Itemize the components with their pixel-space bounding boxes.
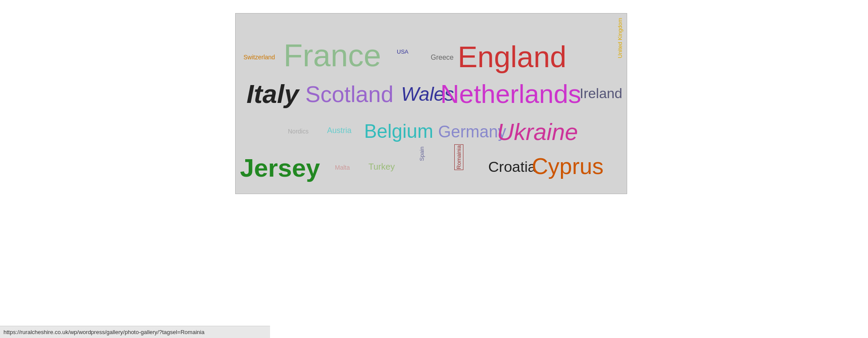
word-cloud: FranceEnglandSwitzerlandUSAGreeceUnited … xyxy=(235,13,627,194)
word-usa[interactable]: USA xyxy=(397,48,409,55)
word-ukraine[interactable]: Ukraine xyxy=(497,118,578,145)
word-germany[interactable]: Germany xyxy=(438,123,506,141)
word-france[interactable]: France xyxy=(284,38,381,73)
word-switzerland[interactable]: Switzerland xyxy=(243,54,275,61)
word-jersey[interactable]: Jersey xyxy=(240,153,320,182)
word-netherlands[interactable]: Netherlands xyxy=(440,79,581,109)
word-england[interactable]: England xyxy=(458,40,567,74)
word-united-kingdom[interactable]: United Kingdom xyxy=(617,18,623,58)
word-romainia[interactable]: Romainia xyxy=(454,144,463,170)
word-croatia[interactable]: Croatia xyxy=(488,158,536,175)
word-greece[interactable]: Greece xyxy=(431,54,453,61)
word-belgium[interactable]: Belgium xyxy=(364,120,433,142)
word-austria[interactable]: Austria xyxy=(327,126,351,135)
status-url: https://ruralcheshire.co.uk/wp/wordpress… xyxy=(3,329,204,335)
word-spain[interactable]: Spain xyxy=(419,147,425,161)
word-nordics[interactable]: Nordics xyxy=(288,128,308,135)
word-malta[interactable]: Malta xyxy=(335,164,350,171)
status-bar: https://ruralcheshire.co.uk/wp/wordpress… xyxy=(0,326,270,338)
word-cyprus[interactable]: Cyprus xyxy=(532,153,604,179)
word-turkey[interactable]: Turkey xyxy=(368,162,395,172)
word-scotland[interactable]: Scotland xyxy=(305,81,393,107)
word-ireland[interactable]: Ireland xyxy=(580,85,622,102)
word-italy[interactable]: Italy xyxy=(247,79,299,109)
